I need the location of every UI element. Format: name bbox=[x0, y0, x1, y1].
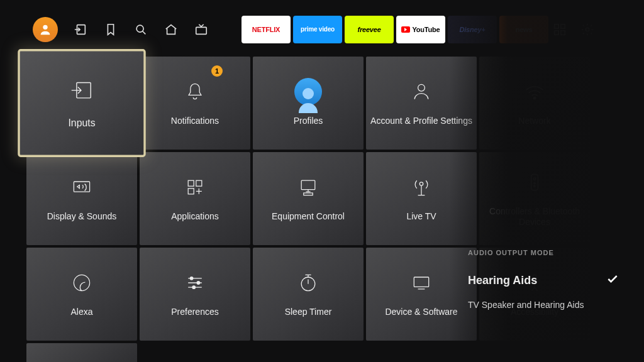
svg-rect-5 bbox=[561, 25, 565, 28]
tile-label: Display & Sounds bbox=[43, 211, 121, 222]
notification-badge: 1 bbox=[211, 65, 223, 77]
tile-label: Profiles bbox=[290, 116, 327, 127]
nav-trailing bbox=[552, 22, 595, 37]
alexa-icon bbox=[70, 270, 93, 295]
tv-icon bbox=[410, 270, 433, 295]
popup-option-hearing-aids[interactable]: Hearing Aids bbox=[468, 269, 619, 292]
app-disney[interactable]: Disney+ bbox=[448, 16, 497, 43]
apps-icon bbox=[184, 175, 206, 200]
audio-output-popup: AUDIO OUTPUT MODE Hearing Aids TV Speake… bbox=[468, 249, 619, 314]
app-freevee[interactable]: freevee bbox=[345, 16, 394, 43]
tile-label: Preferences bbox=[167, 307, 222, 318]
svg-rect-6 bbox=[555, 31, 558, 35]
tile-label: Network bbox=[514, 116, 554, 127]
tile-label: Alexa bbox=[67, 307, 96, 318]
popup-option-label: Hearing Aids bbox=[468, 274, 537, 287]
tile-stub[interactable] bbox=[26, 343, 137, 362]
top-nav: NETFLIX prime video freevee YouTube Disn… bbox=[26, 14, 618, 45]
svg-rect-14 bbox=[196, 180, 202, 186]
svg-rect-28 bbox=[414, 277, 428, 287]
popup-option-tv-speaker[interactable]: TV Speaker and Hearing Aids bbox=[468, 296, 619, 314]
settings-icon[interactable] bbox=[580, 22, 595, 37]
live-tv-icon[interactable] bbox=[194, 22, 209, 37]
app-news[interactable]: news bbox=[499, 16, 548, 43]
svg-rect-15 bbox=[188, 189, 194, 194]
svg-point-24 bbox=[190, 277, 193, 280]
tile-label: Device & Software bbox=[381, 307, 461, 318]
sliders-icon bbox=[184, 270, 206, 295]
svg-point-21 bbox=[534, 182, 535, 184]
svg-rect-7 bbox=[561, 31, 565, 35]
remote-icon bbox=[523, 170, 546, 195]
app-youtube-label: YouTube bbox=[412, 26, 440, 33]
tile-inputs[interactable]: Inputs bbox=[19, 50, 145, 155]
nav-icon-rail bbox=[26, 17, 209, 42]
apps-grid-icon[interactable] bbox=[552, 22, 567, 37]
svg-point-26 bbox=[192, 286, 196, 289]
antenna-icon bbox=[410, 175, 433, 200]
wifi-icon bbox=[523, 79, 546, 104]
input-icon bbox=[69, 76, 95, 104]
profile-avatar-icon bbox=[294, 79, 322, 104]
app-youtube[interactable]: YouTube bbox=[396, 16, 445, 43]
tile-label: Equipment Control bbox=[268, 211, 348, 222]
svg-rect-3 bbox=[196, 27, 207, 34]
svg-point-20 bbox=[533, 177, 536, 180]
svg-point-22 bbox=[534, 185, 535, 187]
tile-label: Applications bbox=[167, 211, 223, 222]
equipment-icon bbox=[297, 175, 319, 200]
tile-controllers[interactable]: Controllers & Bluetooth Devices bbox=[479, 152, 590, 245]
svg-point-8 bbox=[586, 28, 589, 31]
profile-avatar[interactable] bbox=[33, 17, 58, 42]
svg-rect-12 bbox=[74, 182, 89, 192]
svg-rect-19 bbox=[531, 174, 538, 190]
svg-point-18 bbox=[419, 182, 423, 185]
svg-point-25 bbox=[197, 282, 200, 285]
popup-option-label: TV Speaker and Hearing Aids bbox=[468, 300, 584, 310]
timer-icon bbox=[297, 270, 319, 295]
svg-point-11 bbox=[533, 97, 535, 99]
input-icon[interactable] bbox=[73, 22, 88, 37]
svg-rect-17 bbox=[304, 193, 313, 195]
svg-point-2 bbox=[136, 25, 143, 32]
tile-equipment[interactable]: Equipment Control bbox=[253, 152, 364, 245]
svg-point-0 bbox=[43, 25, 47, 30]
tile-label: Sleep Timer bbox=[281, 307, 336, 318]
popup-header: AUDIO OUTPUT MODE bbox=[468, 249, 619, 256]
tile-sleeptimer[interactable]: Sleep Timer bbox=[253, 248, 364, 341]
check-icon bbox=[606, 273, 619, 288]
search-icon[interactable] bbox=[133, 22, 148, 37]
bookmark-icon[interactable] bbox=[103, 22, 118, 37]
tile-livetv[interactable]: Live TV bbox=[366, 152, 477, 245]
tile-applications[interactable]: Applications bbox=[140, 152, 250, 245]
app-primevideo[interactable]: prime video bbox=[293, 16, 342, 43]
tile-profiles[interactable]: Profiles bbox=[253, 57, 364, 150]
tile-preferences[interactable]: Preferences bbox=[140, 248, 250, 341]
nav-app-row: NETFLIX prime video freevee YouTube Disn… bbox=[242, 16, 548, 43]
tile-network[interactable]: Network bbox=[479, 57, 590, 150]
svg-rect-13 bbox=[188, 180, 194, 186]
bell-icon bbox=[184, 79, 206, 104]
app-netflix[interactable]: NETFLIX bbox=[242, 16, 291, 43]
tile-label: Account & Profile Settings bbox=[367, 116, 476, 127]
tile-label: Controllers & Bluetooth Devices bbox=[479, 206, 590, 228]
tile-label: Live TV bbox=[402, 211, 440, 222]
svg-rect-4 bbox=[555, 25, 558, 28]
tile-label: Notifications bbox=[167, 116, 223, 127]
svg-point-10 bbox=[418, 85, 425, 92]
tile-device[interactable]: Device & Software bbox=[366, 248, 477, 341]
home-icon[interactable] bbox=[164, 22, 179, 37]
tile-label: Inputs bbox=[64, 118, 100, 130]
display-icon bbox=[70, 175, 93, 200]
settings-grid: Inputs 1 Notifications Profiles Account … bbox=[26, 57, 590, 362]
account-icon bbox=[410, 79, 433, 104]
svg-point-23 bbox=[74, 275, 89, 291]
svg-rect-16 bbox=[301, 180, 315, 189]
tile-display-sounds[interactable]: Display & Sounds bbox=[26, 152, 137, 245]
tile-notifications[interactable]: 1 Notifications bbox=[140, 57, 250, 150]
tile-alexa[interactable]: Alexa bbox=[26, 248, 137, 341]
tile-account[interactable]: Account & Profile Settings bbox=[366, 57, 477, 150]
youtube-icon bbox=[401, 26, 410, 33]
